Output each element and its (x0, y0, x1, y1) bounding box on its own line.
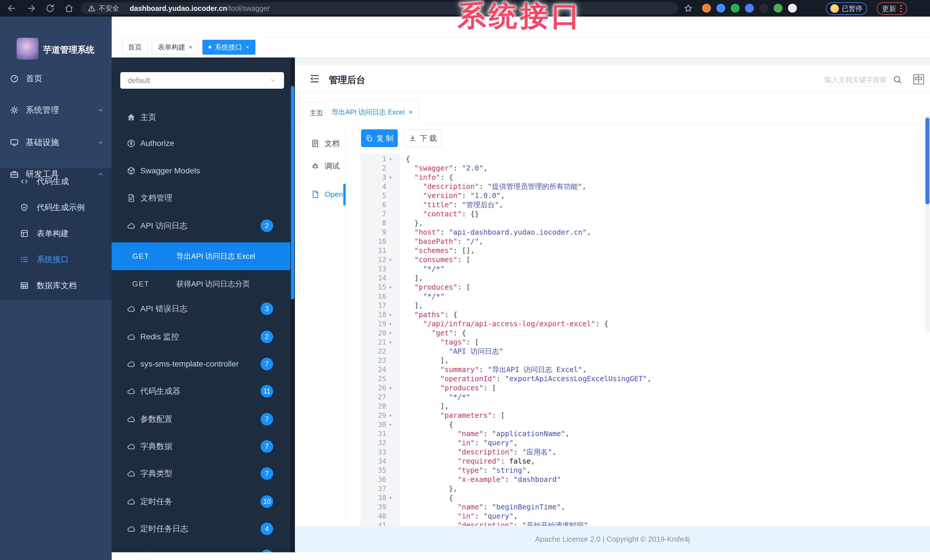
extension-blue-drop-icon[interactable] (716, 4, 725, 12)
doc-nav-调试[interactable]: 调试 (311, 160, 340, 172)
fold-icon[interactable]: ▾ (389, 173, 397, 182)
line-number: 8 (360, 219, 386, 228)
browser-back-icon[interactable] (7, 3, 17, 13)
sidebar-subitem[interactable]: 数据库文档 (0, 273, 112, 298)
browser-forward-icon[interactable] (26, 3, 36, 13)
api-group-item[interactable]: 文档管理 (112, 184, 295, 212)
page-tab-bar: 首页表单构建×系统接口× (112, 37, 930, 58)
api-group-item[interactable]: 参数配置7 (112, 405, 295, 433)
line-number: 7 (360, 209, 386, 219)
fold-icon[interactable]: ▾ (389, 338, 397, 347)
api-group-item[interactable]: 定时任务10 (112, 488, 295, 516)
browser-home-icon[interactable] (64, 3, 74, 13)
doc-footer: Apache License 2.0 | Copyright © 2019-Kn… (295, 526, 930, 552)
fold-icon[interactable]: ▾ (389, 420, 397, 429)
sidebar-item[interactable]: 基础设施 (0, 130, 112, 155)
sidebar-subitem[interactable]: 代码生成 (0, 169, 112, 194)
watermark-annotation: 系统接口 (457, 0, 582, 35)
api-group-item[interactable]: API 错误日志3 (112, 295, 295, 322)
sidebar-subitem[interactable]: 系统接口 (0, 247, 112, 272)
extension-green-circle-icon[interactable] (731, 4, 740, 12)
browser-menu-icon[interactable] (900, 8, 902, 9)
page-scrollbar-thumb[interactable] (925, 118, 929, 204)
sidebar-subitem[interactable]: 代码生成示例 (0, 195, 112, 220)
paused-badge[interactable]: 已暂停 (826, 2, 867, 15)
sidebar-subitem-label: 数据库文档 (37, 280, 77, 291)
fold-icon[interactable]: ▾ (389, 310, 397, 319)
count-badge: 10 (260, 496, 273, 508)
api-group-item[interactable]: 代码生成器11 (112, 377, 295, 405)
fold-icon[interactable]: ▾ (389, 283, 397, 292)
line-number: 1 (360, 155, 386, 164)
collapse-menu-icon[interactable] (309, 73, 320, 84)
fold-icon[interactable]: ▾ (389, 319, 397, 328)
http-method: GET (132, 252, 149, 261)
close-icon[interactable]: × (189, 43, 192, 51)
language-icon[interactable]: 中 (913, 74, 924, 84)
tab-active[interactable]: 系统接口× (202, 40, 256, 55)
fold-icon[interactable]: ▾ (389, 155, 397, 164)
line-number: 26 (360, 384, 386, 393)
sidebar-item-label: 系统管理 (26, 104, 59, 116)
fold-icon[interactable]: ▾ (389, 384, 397, 393)
extension-leaf-icon[interactable] (774, 4, 782, 12)
api-group-item[interactable]: 定时任务日志4 (112, 515, 295, 543)
api-group-label: 参数配置 (140, 414, 172, 425)
line-number: 21 (360, 338, 386, 347)
api-group-item[interactable]: 主页 (112, 104, 295, 131)
code-line: }, (406, 484, 457, 493)
fold-icon[interactable]: ▾ (389, 493, 397, 502)
endpoint-item[interactable]: GET获得API 访问日志分页 (112, 270, 295, 298)
tab-item[interactable]: 表单构建× (152, 40, 199, 55)
cloud-icon (126, 469, 136, 478)
line-number: 2 (360, 164, 386, 173)
tab-item[interactable]: 首页 (122, 40, 148, 55)
doc-nav-open[interactable]: Open (311, 189, 343, 200)
doc-search-input[interactable] (824, 74, 889, 86)
endpoint-item[interactable]: GET导出API 访问日志 Excel (112, 242, 295, 270)
cloud-icon (126, 497, 136, 506)
api-group-item[interactable]: Redis 监控2 (112, 323, 295, 351)
api-group-item[interactable]: 岗位4 (112, 542, 295, 552)
copy-button[interactable]: 复 制 (361, 129, 398, 147)
home-fill-icon (126, 113, 136, 122)
fold-icon[interactable]: ▾ (389, 255, 397, 264)
api-group-select[interactable]: default (120, 72, 284, 89)
doc-nav-文档[interactable]: 文档 (311, 138, 340, 149)
line-number: 4 (360, 182, 386, 191)
fold-icon[interactable]: ▾ (389, 328, 397, 338)
bookmark-star-icon[interactable] (684, 4, 693, 13)
api-group-item[interactable]: 字典类型7 (112, 460, 295, 487)
download-button[interactable]: 下 载 (404, 129, 442, 147)
extension-indigo-grid-icon[interactable] (745, 4, 754, 12)
api-group-item[interactable]: Swagger Models (112, 157, 295, 184)
close-icon[interactable]: × (409, 108, 413, 116)
url-host: dashboard.yudao.iocoder.cn (130, 4, 227, 12)
cloud-icon (126, 415, 136, 424)
extension-orange-icon[interactable] (702, 4, 711, 12)
cloud-icon (126, 221, 136, 230)
url-bar[interactable]: 不安全 dashboard.yudao.iocoder.cn /tool/swa… (81, 2, 678, 14)
update-button[interactable]: 更新 (877, 2, 907, 15)
api-group-item[interactable]: 字典数据7 (112, 433, 295, 460)
tab-label: 首页 (128, 43, 142, 52)
sidebar-subitem[interactable]: 表单构建 (0, 221, 112, 246)
api-group-item[interactable]: Authorize (112, 130, 295, 157)
sidebar-item[interactable]: 首页 (0, 66, 112, 91)
sidebar-item[interactable]: 系统管理 (0, 98, 112, 123)
fold-icon[interactable]: ▾ (389, 411, 397, 420)
download-icon (409, 135, 416, 142)
api-group-value: default (128, 76, 150, 85)
line-number: 19 (360, 319, 386, 328)
extension-dark-cn-icon[interactable] (759, 4, 768, 12)
extension-light-star-icon[interactable] (788, 4, 797, 12)
api-group-label: Redis 监控 (140, 331, 179, 342)
doc-tab-active[interactable]: 导出API 访问日志 Excel× (325, 100, 419, 124)
api-scrollbar-thumb[interactable] (291, 86, 294, 299)
api-group-item[interactable]: API 访问日志2 (112, 212, 295, 239)
api-group-label: Authorize (140, 139, 174, 148)
search-icon[interactable] (893, 75, 902, 84)
browser-reload-icon[interactable] (45, 3, 55, 13)
api-group-item[interactable]: sys-sms-template-controller7 (112, 350, 295, 378)
close-icon[interactable]: × (246, 43, 249, 51)
